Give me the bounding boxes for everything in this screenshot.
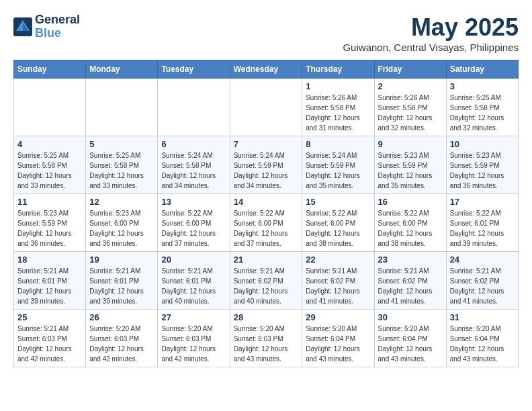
day-number: 12: [89, 197, 154, 207]
day-info: Sunrise: 5:24 AMSunset: 5:59 PMDaylight:…: [234, 150, 299, 191]
calendar-cell: 26Sunrise: 5:20 AMSunset: 6:03 PMDayligh…: [86, 310, 158, 367]
calendar-cell: 4Sunrise: 5:25 AMSunset: 5:58 PMDaylight…: [14, 136, 86, 194]
day-number: 27: [161, 312, 226, 322]
calendar-cell: 10Sunrise: 5:23 AMSunset: 5:59 PMDayligh…: [446, 136, 518, 194]
location-subtitle: Guiwanon, Central Visayas, Philippines: [343, 42, 519, 53]
calendar-cell: 7Sunrise: 5:24 AMSunset: 5:59 PMDaylight…: [230, 136, 302, 194]
day-number: 29: [306, 312, 370, 322]
day-number: 23: [378, 255, 443, 265]
calendar-cell: [14, 79, 86, 136]
calendar-cell: 9Sunrise: 5:23 AMSunset: 5:59 PMDaylight…: [374, 136, 446, 194]
day-info: Sunrise: 5:22 AMSunset: 6:00 PMDaylight:…: [234, 208, 299, 248]
weekday-header-tuesday: Tuesday: [158, 60, 230, 79]
day-info: Sunrise: 5:23 AMSunset: 6:00 PMDaylight:…: [89, 208, 154, 248]
calendar-cell: 23Sunrise: 5:21 AMSunset: 6:02 PMDayligh…: [374, 252, 446, 310]
calendar-cell: 31Sunrise: 5:20 AMSunset: 6:04 PMDayligh…: [446, 310, 518, 367]
calendar-cell: 30Sunrise: 5:20 AMSunset: 6:04 PMDayligh…: [374, 310, 446, 367]
day-number: 15: [306, 197, 370, 207]
calendar-cell: 14Sunrise: 5:22 AMSunset: 6:00 PMDayligh…: [230, 194, 302, 252]
day-number: 11: [17, 197, 82, 207]
day-number: 26: [89, 312, 154, 322]
calendar-cell: [86, 79, 158, 136]
calendar-cell: 5Sunrise: 5:25 AMSunset: 5:58 PMDaylight…: [86, 136, 158, 194]
weekday-header-saturday: Saturday: [446, 60, 518, 79]
calendar-cell: 15Sunrise: 5:22 AMSunset: 6:00 PMDayligh…: [302, 194, 374, 252]
day-info: Sunrise: 5:20 AMSunset: 6:03 PMDaylight:…: [234, 324, 299, 364]
calendar-cell: [230, 79, 302, 136]
calendar-week-1: 1Sunrise: 5:26 AMSunset: 5:58 PMDaylight…: [14, 79, 519, 136]
weekday-header-wednesday: Wednesday: [230, 60, 302, 79]
page-header: General Blue May 2025 Guiwanon, Central …: [13, 13, 519, 53]
calendar-cell: 20Sunrise: 5:21 AMSunset: 6:01 PMDayligh…: [158, 252, 230, 310]
logo: General Blue: [13, 13, 80, 40]
calendar-header-row: SundayMondayTuesdayWednesdayThursdayFrid…: [14, 60, 519, 79]
calendar-cell: 28Sunrise: 5:20 AMSunset: 6:03 PMDayligh…: [230, 310, 302, 367]
calendar-cell: 27Sunrise: 5:20 AMSunset: 6:03 PMDayligh…: [158, 310, 230, 367]
day-info: Sunrise: 5:21 AMSunset: 6:01 PMDaylight:…: [89, 266, 154, 306]
day-info: Sunrise: 5:20 AMSunset: 6:03 PMDaylight:…: [161, 324, 226, 364]
day-info: Sunrise: 5:26 AMSunset: 5:58 PMDaylight:…: [306, 93, 370, 133]
weekday-header-thursday: Thursday: [302, 60, 374, 79]
calendar-cell: 25Sunrise: 5:21 AMSunset: 6:03 PMDayligh…: [14, 310, 86, 367]
day-number: 5: [89, 139, 154, 149]
logo-icon: [13, 17, 32, 36]
day-info: Sunrise: 5:21 AMSunset: 6:03 PMDaylight:…: [17, 324, 82, 364]
calendar-week-3: 11Sunrise: 5:23 AMSunset: 5:59 PMDayligh…: [14, 194, 519, 252]
calendar-cell: 11Sunrise: 5:23 AMSunset: 5:59 PMDayligh…: [14, 194, 86, 252]
day-info: Sunrise: 5:22 AMSunset: 6:01 PMDaylight:…: [450, 208, 515, 248]
day-number: 2: [378, 81, 443, 91]
day-number: 22: [306, 255, 370, 265]
day-number: 4: [17, 139, 82, 149]
day-number: 24: [450, 255, 515, 265]
calendar-cell: [158, 79, 230, 136]
month-title: May 2025: [343, 13, 519, 42]
calendar-cell: 19Sunrise: 5:21 AMSunset: 6:01 PMDayligh…: [86, 252, 158, 310]
day-number: 25: [17, 312, 82, 322]
calendar-cell: 24Sunrise: 5:21 AMSunset: 6:02 PMDayligh…: [446, 252, 518, 310]
day-info: Sunrise: 5:20 AMSunset: 6:04 PMDaylight:…: [378, 324, 443, 364]
calendar-cell: 16Sunrise: 5:22 AMSunset: 6:00 PMDayligh…: [374, 194, 446, 252]
day-number: 21: [234, 255, 299, 265]
day-info: Sunrise: 5:21 AMSunset: 6:02 PMDaylight:…: [450, 266, 515, 306]
day-info: Sunrise: 5:25 AMSunset: 5:58 PMDaylight:…: [89, 150, 154, 191]
day-info: Sunrise: 5:21 AMSunset: 6:02 PMDaylight:…: [306, 266, 370, 306]
day-info: Sunrise: 5:22 AMSunset: 6:00 PMDaylight:…: [306, 208, 370, 248]
calendar-week-5: 25Sunrise: 5:21 AMSunset: 6:03 PMDayligh…: [14, 310, 519, 367]
day-number: 8: [306, 139, 370, 149]
day-info: Sunrise: 5:26 AMSunset: 5:58 PMDaylight:…: [378, 93, 443, 133]
calendar-cell: 2Sunrise: 5:26 AMSunset: 5:58 PMDaylight…: [374, 79, 446, 136]
day-info: Sunrise: 5:24 AMSunset: 5:58 PMDaylight:…: [161, 150, 226, 191]
calendar-cell: 13Sunrise: 5:22 AMSunset: 6:00 PMDayligh…: [158, 194, 230, 252]
day-number: 1: [306, 81, 370, 91]
calendar-cell: 1Sunrise: 5:26 AMSunset: 5:58 PMDaylight…: [302, 79, 374, 136]
day-number: 18: [17, 255, 82, 265]
day-number: 14: [234, 197, 299, 207]
calendar-cell: 29Sunrise: 5:20 AMSunset: 6:04 PMDayligh…: [302, 310, 374, 367]
day-info: Sunrise: 5:23 AMSunset: 5:59 PMDaylight:…: [450, 150, 515, 191]
day-info: Sunrise: 5:20 AMSunset: 6:03 PMDaylight:…: [89, 324, 154, 364]
day-number: 7: [234, 139, 299, 149]
calendar-cell: 17Sunrise: 5:22 AMSunset: 6:01 PMDayligh…: [446, 194, 518, 252]
day-info: Sunrise: 5:25 AMSunset: 5:58 PMDaylight:…: [17, 150, 82, 191]
day-info: Sunrise: 5:21 AMSunset: 6:02 PMDaylight:…: [378, 266, 443, 306]
day-number: 13: [161, 197, 226, 207]
calendar-week-2: 4Sunrise: 5:25 AMSunset: 5:58 PMDaylight…: [14, 136, 519, 194]
day-number: 30: [378, 312, 443, 322]
calendar-table: SundayMondayTuesdayWednesdayThursdayFrid…: [13, 60, 519, 367]
logo-line2: Blue: [35, 26, 61, 40]
day-number: 31: [450, 312, 515, 322]
day-number: 10: [450, 139, 515, 149]
day-number: 17: [450, 197, 515, 207]
day-number: 28: [234, 312, 299, 322]
day-info: Sunrise: 5:21 AMSunset: 6:02 PMDaylight:…: [234, 266, 299, 306]
day-number: 19: [89, 255, 154, 265]
day-number: 9: [378, 139, 443, 149]
calendar-cell: 8Sunrise: 5:24 AMSunset: 5:59 PMDaylight…: [302, 136, 374, 194]
calendar-week-4: 18Sunrise: 5:21 AMSunset: 6:01 PMDayligh…: [14, 252, 519, 310]
weekday-header-monday: Monday: [86, 60, 158, 79]
calendar-cell: 6Sunrise: 5:24 AMSunset: 5:58 PMDaylight…: [158, 136, 230, 194]
day-info: Sunrise: 5:20 AMSunset: 6:04 PMDaylight:…: [450, 324, 515, 364]
day-number: 6: [161, 139, 226, 149]
calendar-cell: 21Sunrise: 5:21 AMSunset: 6:02 PMDayligh…: [230, 252, 302, 310]
calendar-cell: 18Sunrise: 5:21 AMSunset: 6:01 PMDayligh…: [14, 252, 86, 310]
